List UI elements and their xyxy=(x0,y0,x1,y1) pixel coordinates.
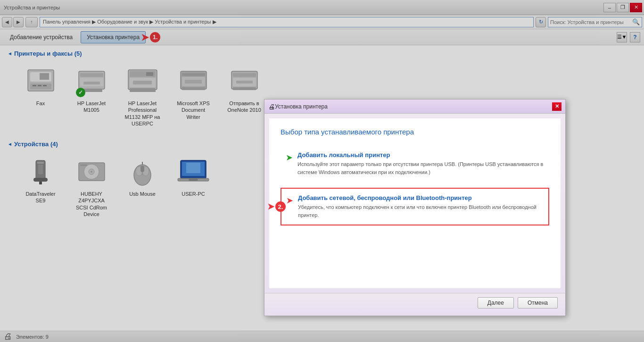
dialog-body: Выбор типа устанавливаемого принтера ➤ Д… xyxy=(269,118,561,288)
local-printer-option[interactable]: ➤ Добавить локальный принтер Используйте… xyxy=(281,145,549,182)
local-printer-title: Добавить локальный принтер xyxy=(297,151,544,158)
next-button[interactable]: Далее xyxy=(478,297,514,309)
dialog-titlebar: 🖨 Установка принтера ✕ xyxy=(264,100,565,114)
network-printer-desc: Убедитесь, что компьютер подключен к сет… xyxy=(298,203,544,219)
dialog-overlay: 🖨 Установка принтера ✕ Выбор типа устана… xyxy=(0,0,644,342)
network-printer-option[interactable]: ➤ 2. ➤ Добавить сетевой, беспроводной ил… xyxy=(281,188,549,225)
network-printer-title: Добавить сетевой, беспроводной или Bluet… xyxy=(298,194,544,201)
cancel-button[interactable]: Отмена xyxy=(518,297,558,309)
local-printer-desc: Используйте этот параметр только при отс… xyxy=(297,160,544,176)
dialog-title-icon: 🖨 xyxy=(268,103,275,110)
dialog-title: Установка принтера xyxy=(275,103,328,110)
dialog-close-button[interactable]: ✕ xyxy=(552,102,561,111)
install-printer-dialog: 🖨 Установка принтера ✕ Выбор типа устана… xyxy=(264,99,566,316)
arrow-right-2-icon: ➤ xyxy=(267,201,274,212)
dialog-heading: Выбор типа устанавливаемого принтера xyxy=(281,128,549,136)
local-arrow-icon: ➤ xyxy=(286,152,293,163)
step-2-badge: 2. xyxy=(275,201,286,212)
dialog-footer: Далее Отмена xyxy=(264,293,565,312)
